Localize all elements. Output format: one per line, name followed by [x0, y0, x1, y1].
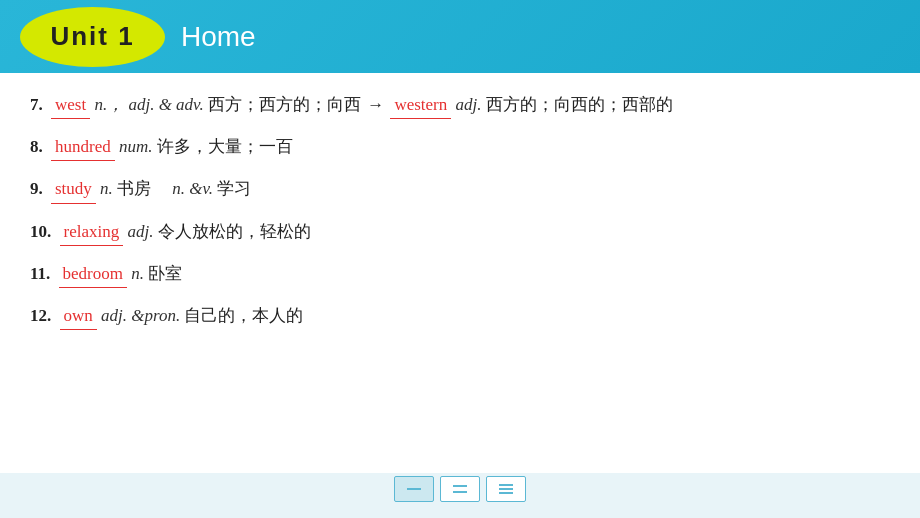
- entry-7-pos2: adj. & adv.: [128, 95, 203, 114]
- entry-9-meaning2: 学习: [217, 179, 251, 198]
- entry-10: 10. relaxing adj. 令人放松的，轻松的: [30, 218, 890, 246]
- entry-11-num: 11.: [30, 264, 50, 283]
- entry-10-pos1: adj.: [127, 222, 153, 241]
- entry-11-word: bedroom: [59, 260, 127, 288]
- entry-9-meaning1: 书房: [117, 179, 168, 198]
- entry-11-meaning1: 卧室: [148, 264, 182, 283]
- entry-9-pos2: n. &v.: [172, 179, 213, 198]
- nav-btn-3[interactable]: [486, 476, 526, 502]
- entry-11-pos1: n.: [131, 264, 144, 283]
- entry-7-pos3: adj.: [456, 95, 482, 114]
- entry-8: 8. hundred num. 许多，大量；一百: [30, 133, 890, 161]
- entry-7-word2: western: [390, 91, 451, 119]
- entry-9-num: 9.: [30, 179, 43, 198]
- entry-7-meaning2: 西方的；向西的；西部的: [486, 95, 673, 114]
- entry-8-meaning1: 许多，大量；一百: [157, 137, 293, 156]
- entry-12-pos1: adj. &pron.: [101, 306, 180, 325]
- entry-9-word: study: [51, 175, 96, 203]
- unit-badge: Unit 1: [20, 7, 165, 67]
- entry-8-num: 8.: [30, 137, 43, 156]
- entry-7: 7. west n.， adj. & adv. 西方；西方的；向西 → west…: [30, 91, 890, 119]
- nav-btn-2[interactable]: [440, 476, 480, 502]
- entry-12: 12. own adj. &pron. 自己的，本人的: [30, 302, 890, 330]
- content-area: 7. west n.， adj. & adv. 西方；西方的；向西 → west…: [0, 73, 920, 473]
- entry-7-meaning1: 西方；西方的；向西: [208, 95, 361, 114]
- entry-12-word: own: [60, 302, 97, 330]
- entry-9: 9. study n. 书房 n. &v. 学习: [30, 175, 890, 203]
- entry-7-word: west: [51, 91, 90, 119]
- header: Unit 1 Home: [0, 0, 920, 73]
- entry-7-arrow: →: [367, 95, 384, 114]
- entry-9-pos1: n.: [100, 179, 113, 198]
- entry-8-word: hundred: [51, 133, 115, 161]
- entry-7-pos1: n.，: [94, 95, 124, 114]
- unit-label: Unit 1: [50, 21, 134, 52]
- entry-10-meaning1: 令人放松的，轻松的: [158, 222, 311, 241]
- nav-btn-1[interactable]: [394, 476, 434, 502]
- entry-12-num: 12.: [30, 306, 51, 325]
- header-title: Home: [181, 21, 256, 53]
- entry-10-num: 10.: [30, 222, 51, 241]
- entry-8-pos1: num.: [119, 137, 153, 156]
- entry-7-num: 7.: [30, 95, 43, 114]
- entry-11: 11. bedroom n. 卧室: [30, 260, 890, 288]
- entry-10-word: relaxing: [60, 218, 124, 246]
- entry-12-meaning1: 自己的，本人的: [184, 306, 303, 325]
- bottom-nav: [394, 476, 526, 502]
